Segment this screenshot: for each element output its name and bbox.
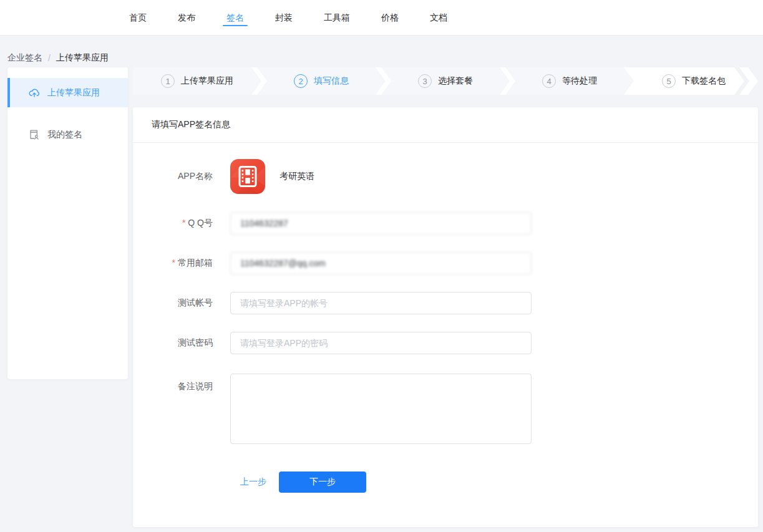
sidebar-item-upload-apple-app[interactable]: 上传苹果应用 — [7, 78, 128, 107]
step-number: 2 — [294, 74, 308, 88]
step-1-upload: 1 上传苹果应用 — [133, 67, 261, 95]
nav-item-home[interactable]: 首页 — [129, 0, 147, 35]
nav-item-publish[interactable]: 发布 — [178, 0, 195, 35]
step-label: 下载签名包 — [682, 75, 726, 87]
step-5-download-package: 5 下载签名包 — [629, 67, 758, 95]
step-label: 上传苹果应用 — [181, 75, 233, 87]
qq-input[interactable] — [230, 212, 532, 235]
step-4-wait-processing: 4 等待处理 — [505, 67, 634, 95]
panel-header: 请填写APP签名信息 — [133, 107, 758, 143]
form-actions: 上一步 下一步 — [133, 472, 758, 493]
top-navbar: 首页 发布 签名 封装 工具箱 价格 文档 — [0, 0, 763, 36]
app-name-row: APP名称 — [133, 159, 758, 194]
sidebar: 上传苹果应用 我的签名 — [7, 67, 128, 379]
step-end-chevron — [734, 67, 749, 95]
steps-bar: 1 上传苹果应用 2 填写信息 3 选择套餐 4 等待处理 5 下载签名包 — [133, 67, 758, 95]
step-number: 4 — [542, 74, 556, 88]
test-account-label: 测试帐号 — [133, 297, 213, 309]
form-panel: 请填写APP签名信息 APP名称 — [133, 107, 758, 527]
nav-item-packaging[interactable]: 封装 — [275, 0, 293, 35]
breadcrumb: 企业签名 / 上传苹果应用 — [0, 36, 763, 67]
test-password-row: 测试密码 — [133, 332, 758, 354]
next-step-button[interactable]: 下一步 — [279, 472, 366, 493]
breadcrumb-separator: / — [48, 53, 51, 63]
prev-step-button[interactable]: 上一步 — [240, 476, 266, 488]
step-number: 3 — [418, 74, 432, 88]
nav-item-docs[interactable]: 文档 — [430, 0, 447, 35]
upload-cloud-icon — [29, 87, 40, 99]
qq-row: *Q Q号 — [133, 212, 758, 235]
film-app-icon — [230, 159, 265, 194]
breadcrumb-parent[interactable]: 企业签名 — [7, 52, 42, 64]
sidebar-item-my-signatures[interactable]: 我的签名 — [7, 120, 128, 149]
step-3-choose-plan: 3 选择套餐 — [381, 67, 510, 95]
qq-label: *Q Q号 — [133, 218, 213, 229]
signature-doc-icon — [29, 129, 40, 140]
app-name-value: 考研英语 — [279, 171, 314, 182]
test-password-label: 测试密码 — [133, 337, 213, 349]
step-number: 1 — [161, 74, 175, 88]
email-row: *常用邮箱 — [133, 252, 758, 274]
test-password-input[interactable] — [230, 332, 532, 354]
breadcrumb-current: 上传苹果应用 — [56, 52, 109, 64]
test-account-input[interactable] — [230, 292, 532, 314]
nav-item-pricing[interactable]: 价格 — [381, 0, 399, 35]
main-nav: 首页 发布 签名 封装 工具箱 价格 文档 — [129, 0, 447, 35]
sidebar-item-label: 我的签名 — [47, 129, 82, 140]
required-asterisk: * — [172, 258, 175, 268]
step-2-fill-info: 2 填写信息 — [257, 67, 386, 95]
panel-title: 请填写APP签名信息 — [152, 119, 230, 130]
step-label: 填写信息 — [314, 75, 349, 87]
email-input[interactable] — [230, 252, 532, 274]
test-account-row: 测试帐号 — [133, 292, 758, 314]
step-label: 选择套餐 — [438, 75, 473, 87]
app-name-label: APP名称 — [133, 171, 213, 182]
signing-form: APP名称 — [133, 159, 758, 493]
app-name-control: 考研英语 — [230, 159, 314, 194]
nav-item-signing[interactable]: 签名 — [226, 0, 244, 35]
required-asterisk: * — [182, 218, 185, 228]
nav-item-toolbox[interactable]: 工具箱 — [324, 0, 350, 35]
step-label: 等待处理 — [562, 75, 597, 87]
remarks-textarea[interactable] — [230, 374, 532, 444]
sidebar-item-label: 上传苹果应用 — [47, 87, 100, 99]
remarks-label: 备注说明 — [133, 380, 213, 392]
step-number: 5 — [662, 74, 676, 88]
email-label: *常用邮箱 — [133, 258, 213, 269]
remarks-row: 备注说明 — [133, 374, 758, 446]
